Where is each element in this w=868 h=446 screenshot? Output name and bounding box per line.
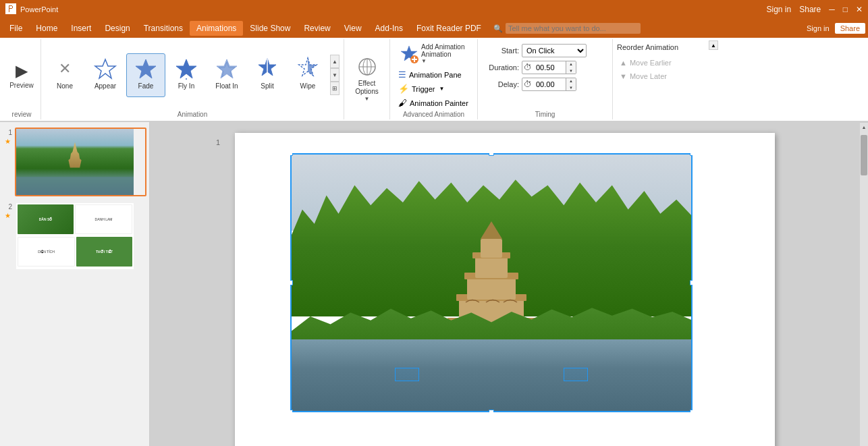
search-input[interactable]: [506, 23, 641, 34]
handle-tm[interactable]: [489, 153, 494, 156]
scroll-top-button[interactable]: ▲: [860, 122, 868, 132]
anim-none[interactable]: ✕ None: [45, 53, 84, 97]
share-btn[interactable]: Share: [835, 23, 865, 34]
main-area: 1 ★ 2 ★ D: [0, 122, 868, 446]
preview-button[interactable]: ▶ Preview: [7, 54, 36, 96]
canvas-area: 1: [150, 122, 860, 446]
handle-br[interactable]: [690, 410, 693, 412]
slide-canvas[interactable]: 1: [235, 133, 775, 446]
titlebar: 🅿 PowerPoint Sign in Share ─ □ ✕: [0, 0, 868, 19]
menu-file[interactable]: File: [3, 21, 29, 36]
timing-start-row: Start: On Click With Previous After Prev…: [482, 44, 587, 57]
timing-duration-label: Duration:: [482, 63, 519, 72]
ribbon-group-reorder: Reorder Animation ▲ Move Earlier ▼ Move …: [613, 39, 707, 119]
slide-panel: 1 ★ 2 ★ D: [0, 122, 150, 446]
anim-floatin[interactable]: Float In: [207, 53, 246, 97]
animation-group-label: Animation: [178, 109, 207, 118]
handle-bl[interactable]: [290, 410, 293, 412]
move-later-button[interactable]: ▼ Move Later: [617, 71, 670, 82]
animation-painter-button[interactable]: 🖌 Animation Painter: [394, 96, 473, 109]
add-animation-arrow: ▼: [421, 58, 465, 64]
slide-1-water: [16, 177, 134, 195]
duration-spin-down[interactable]: ▼: [566, 67, 576, 74]
svg-marker-1: [136, 59, 156, 78]
add-animation-label2: Animation: [421, 51, 465, 58]
reorder-title: Reorder Animation: [617, 43, 678, 51]
animation-pane-button[interactable]: ☰ Animation Pane: [394, 68, 473, 81]
trigger-arrow: ▼: [439, 86, 444, 92]
titlebar-right: Sign in Share ─ □ ✕: [767, 5, 863, 14]
anim-scroll-more[interactable]: ⊞: [330, 82, 340, 95]
maximize-button[interactable]: □: [843, 5, 848, 14]
anim-scroll-up[interactable]: ▲: [330, 55, 340, 68]
scroll-track[interactable]: [860, 132, 868, 446]
animation-pane-icon: ☰: [398, 69, 406, 80]
minimize-button[interactable]: ─: [829, 5, 835, 14]
trigger-button[interactable]: ⚡ Trigger ▼: [394, 82, 473, 95]
delay-spin-down[interactable]: ▼: [566, 84, 576, 91]
timing-delay-label: Delay:: [482, 80, 519, 88]
menu-foxit[interactable]: Foxit Reader PDF: [410, 21, 488, 36]
slide-wrapper: 1: [235, 133, 775, 446]
ribbon-collapse-button[interactable]: ▲: [709, 40, 718, 50]
preview-icon: ▶: [16, 61, 28, 80]
anim-split[interactable]: Split: [248, 53, 287, 97]
scroll-thumb[interactable]: [861, 135, 867, 175]
slide-1-tower: [67, 142, 83, 168]
timing-delay-spinner: ▲ ▼: [566, 78, 576, 91]
preview-group-content: ▶ Preview: [7, 40, 36, 109]
menu-insert[interactable]: Insert: [64, 21, 98, 36]
svg-marker-2: [176, 59, 196, 78]
menu-home[interactable]: Home: [29, 21, 64, 36]
menu-addins[interactable]: Add-Ins: [369, 21, 410, 36]
effect-options-button[interactable]: Effect Options ▼: [348, 57, 385, 101]
duration-spin-up[interactable]: ▲: [566, 61, 576, 67]
effect-options-icon: [356, 56, 378, 80]
menu-animations[interactable]: Animations: [190, 21, 243, 36]
right-handle-box: [564, 368, 588, 381]
ribbon-group-advanced: Add Animation Animation ▼ ☰ Animation Pa…: [390, 39, 478, 119]
menu-review[interactable]: Review: [297, 21, 337, 36]
add-animation-button[interactable]: Add Animation Animation ▼: [394, 40, 470, 67]
reorder-group-content: Reorder Animation ▲ Move Earlier ▼ Move …: [617, 40, 703, 117]
move-later-icon: ▼: [620, 72, 627, 80]
slide-2-star: ★: [5, 212, 11, 219]
handle-tl[interactable]: [290, 153, 293, 156]
anim-appear-label: Appear: [94, 82, 116, 90]
animation-scroll: ▲ ▼ ⊞: [330, 55, 340, 95]
menu-slideshow[interactable]: Slide Show: [243, 21, 297, 36]
ribbon-group-timing: Start: On Click With Previous After Prev…: [478, 39, 613, 119]
anim-wipe-icon: [296, 57, 320, 81]
svg-rect-26: [481, 239, 502, 258]
add-animation-row: Add Animation Animation ▼: [394, 40, 473, 67]
handle-tr[interactable]: [690, 153, 693, 156]
signin-link[interactable]: Sign in: [807, 24, 830, 32]
menu-transitions[interactable]: Transitions: [137, 21, 190, 36]
timing-duration-input[interactable]: [533, 61, 566, 74]
share-button[interactable]: Share: [799, 5, 821, 14]
menu-view[interactable]: View: [337, 21, 369, 36]
slide-2-thumb-wrap[interactable]: DÂN SỐ DANH LAM DIỆN TÍCH THỜI TIẾT: [15, 202, 146, 271]
move-earlier-button[interactable]: ▲ Move Earlier: [617, 57, 674, 68]
add-animation-label: Add Animation: [421, 43, 465, 51]
timing-start-select[interactable]: On Click With Previous After Previous: [522, 44, 587, 57]
timing-delay-wrap: ⏱ ▲ ▼: [522, 78, 576, 91]
anim-fade[interactable]: Fade: [126, 53, 165, 97]
delay-spin-up[interactable]: ▲: [566, 78, 576, 84]
anim-wipe-label: Wipe: [300, 82, 316, 90]
handle-bm[interactable]: [489, 410, 494, 412]
menu-design[interactable]: Design: [98, 21, 136, 36]
handle-mr[interactable]: [690, 280, 693, 285]
anim-scroll-down[interactable]: ▼: [330, 68, 340, 82]
anim-flyin[interactable]: Fly In: [167, 53, 206, 97]
handle-ml[interactable]: [290, 280, 293, 285]
close-button[interactable]: ✕: [856, 5, 863, 14]
slide-item-1[interactable]: 1 ★: [3, 128, 146, 196]
slide-1-thumb-wrap[interactable]: [15, 128, 146, 196]
anim-appear[interactable]: Appear: [86, 53, 125, 97]
sign-in-button[interactable]: Sign in: [767, 5, 792, 14]
timing-delay-input[interactable]: [533, 78, 566, 90]
effect-options-arrow: ▼: [364, 96, 370, 102]
slide-item-2[interactable]: 2 ★ DÂN SỐ DANH LAM DIỆN TÍCH THỜI TIẾT: [3, 202, 146, 271]
anim-wipe[interactable]: Wipe: [288, 53, 327, 97]
